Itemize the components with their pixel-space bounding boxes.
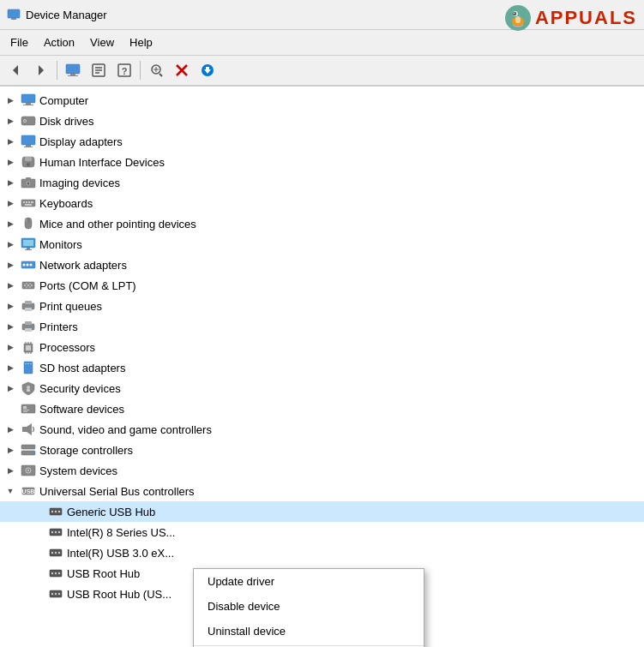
display-icon [21, 134, 36, 149]
svg-point-104 [55, 531, 57, 533]
expand-mice[interactable] [3, 217, 17, 231]
svg-point-100 [55, 511, 57, 512]
context-uninstall-device[interactable]: Uninstall device [194, 619, 424, 644]
svg-rect-41 [31, 201, 33, 203]
svg-point-59 [29, 283, 31, 285]
tree-item-network[interactable]: Network adapters [0, 255, 644, 275]
context-update-driver[interactable]: Update driver [194, 569, 424, 594]
network-label: Network adapters [39, 259, 127, 272]
tree-item-ports[interactable]: Ports (COM & LPT) [0, 275, 644, 296]
expand-printers[interactable] [3, 320, 17, 333]
expand-storage[interactable] [3, 443, 17, 457]
help-button[interactable]: ? [112, 58, 136, 82]
svg-rect-68 [25, 328, 32, 332]
intel-8-icon [48, 524, 63, 540]
tree-item-system[interactable]: System devices [0, 460, 644, 481]
sound-label: Sound, video and game controllers [39, 423, 212, 436]
svg-point-26 [24, 120, 26, 122]
properties-button[interactable] [87, 58, 111, 82]
expand-usb[interactable] [3, 484, 17, 498]
context-disable-device[interactable]: Disable device [194, 594, 424, 619]
download-button[interactable] [196, 58, 220, 82]
tree-item-monitors[interactable]: Monitors [0, 234, 644, 255]
tree-item-disk[interactable]: Disk drives [0, 111, 644, 131]
intel-8-label: Intel(R) 8 Series US... [67, 526, 175, 539]
tree-item-keyboards[interactable]: Keyboards [0, 193, 644, 213]
menu-help[interactable]: Help [123, 33, 159, 52]
tree-item-hid[interactable]: Human Interface Devices [0, 152, 644, 172]
svg-rect-4 [66, 64, 80, 74]
expand-processors[interactable] [3, 340, 17, 354]
tree-item-usb[interactable]: USB Universal Serial Bus controllers [0, 481, 644, 501]
disk-label: Disk drives [39, 115, 94, 128]
forward-button[interactable] [29, 58, 53, 82]
menu-file[interactable]: File [3, 33, 35, 52]
tree-item-printers[interactable]: Printers [0, 316, 644, 337]
svg-marker-88 [27, 423, 32, 435]
svg-point-121 [514, 13, 515, 15]
expand-sound[interactable] [3, 422, 17, 436]
monitor-icon [21, 237, 36, 252]
expand-ports[interactable] [3, 279, 17, 292]
tree-item-mice[interactable]: Mice and other pointing devices [0, 213, 644, 234]
svg-rect-6 [68, 75, 78, 76]
tree-item-computer[interactable]: Computer [0, 90, 644, 111]
tree-item-software[interactable]: Software devices [0, 398, 644, 419]
tree-item-security[interactable]: Security devices [0, 378, 644, 398]
tree-item-imaging[interactable]: Imaging devices [0, 172, 644, 193]
svg-point-56 [27, 285, 29, 286]
tree-item-intel-8[interactable]: Intel(R) 8 Series US... [0, 522, 644, 542]
expand-monitors[interactable] [3, 237, 17, 251]
expand-disk[interactable] [3, 114, 17, 128]
computer-label: Computer [39, 94, 88, 107]
display-label: Display adapters [39, 135, 123, 148]
svg-point-82 [27, 386, 30, 389]
usb-root-1-label: USB Root Hub [67, 567, 140, 580]
scan-button[interactable] [144, 58, 168, 82]
expand-security[interactable] [3, 381, 17, 395]
security-icon [21, 380, 36, 396]
back-button[interactable] [3, 58, 27, 82]
expand-hid[interactable] [3, 155, 17, 169]
printers-icon [21, 319, 36, 334]
svg-rect-29 [24, 147, 33, 147]
menu-view[interactable]: View [83, 33, 121, 52]
menu-action[interactable]: Action [37, 33, 81, 52]
usb-icon: USB [21, 483, 36, 499]
svg-rect-80 [27, 363, 29, 364]
expand-computer[interactable] [3, 93, 17, 107]
sd-label: SD host adapters [39, 362, 125, 374]
svg-point-101 [58, 511, 60, 512]
expand-imaging[interactable] [3, 176, 17, 189]
expand-keyboards[interactable] [3, 196, 17, 210]
tree-item-processors[interactable]: Processors [0, 337, 644, 357]
remove-button[interactable] [170, 58, 194, 82]
expand-system[interactable] [3, 464, 17, 477]
storage-label: Storage controllers [39, 444, 133, 457]
printers-label: Printers [39, 321, 78, 333]
svg-point-111 [51, 572, 53, 574]
expand-sd[interactable] [3, 361, 17, 374]
svg-rect-40 [28, 201, 30, 203]
intel-usb3-label: Intel(R) USB 3.0 eX... [67, 547, 174, 560]
svg-rect-42 [25, 204, 32, 206]
sd-icon [21, 360, 36, 375]
tree-item-display[interactable]: Display adapters [0, 131, 644, 152]
system-label: System devices [39, 464, 117, 477]
sound-icon [21, 422, 36, 437]
tree-item-generic-usb-hub[interactable]: Generic USB Hub [0, 501, 644, 522]
svg-point-103 [51, 531, 53, 533]
tree-item-sd[interactable]: SD host adapters [0, 357, 644, 378]
tree-item-sound[interactable]: Sound, video and game controllers [0, 419, 644, 440]
tree-item-storage[interactable]: Storage controllers [0, 440, 644, 460]
device-tree: Computer Disk drives Display adapters Hu… [0, 87, 644, 608]
svg-point-107 [51, 552, 53, 554]
expand-print-queues[interactable] [3, 299, 17, 313]
expand-network[interactable] [3, 258, 17, 272]
svg-point-52 [27, 264, 29, 267]
tree-item-intel-usb3[interactable]: Intel(R) USB 3.0 eX... [0, 542, 644, 563]
tree-item-print-queues[interactable]: Print queues [0, 296, 644, 316]
security-label: Security devices [39, 382, 121, 395]
computer-button[interactable] [61, 58, 85, 82]
expand-display[interactable] [3, 135, 17, 148]
